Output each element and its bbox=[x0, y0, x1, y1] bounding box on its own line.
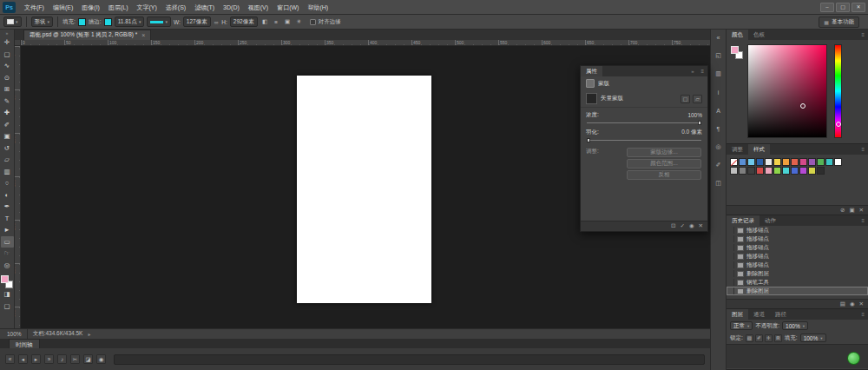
eyedropper-tool[interactable]: ✎ bbox=[1, 96, 14, 108]
vector-mask-thumbnail[interactable] bbox=[586, 93, 597, 104]
menu-item[interactable]: 帮助(H) bbox=[303, 0, 332, 15]
mask-visibility-eye-icon[interactable]: ◉ bbox=[689, 223, 694, 229]
style-swatch[interactable] bbox=[739, 158, 746, 166]
menu-item[interactable]: 文字(Y) bbox=[132, 0, 161, 15]
style-swatch[interactable] bbox=[765, 158, 773, 166]
menu-item[interactable]: 3D(D) bbox=[219, 0, 244, 15]
tool-preset-picker[interactable]: ▾ bbox=[3, 17, 22, 27]
lock-position-icon[interactable]: ✛ bbox=[765, 334, 773, 342]
next-frame-icon[interactable]: » bbox=[44, 354, 54, 364]
style-swatch[interactable] bbox=[799, 158, 807, 166]
hue-slider[interactable] bbox=[834, 44, 842, 138]
restore-button[interactable]: ▢ bbox=[836, 3, 850, 12]
collapse-panels-icon[interactable]: « bbox=[713, 32, 724, 43]
color-proxy-foreground-swatch[interactable] bbox=[731, 46, 739, 54]
style-swatch[interactable] bbox=[799, 167, 807, 175]
style-swatch[interactable] bbox=[817, 167, 825, 175]
move-tool[interactable]: ✛ bbox=[1, 36, 14, 49]
apply-mask-icon[interactable]: ✓ bbox=[680, 223, 684, 229]
menu-item[interactable]: 窗口(W) bbox=[273, 0, 303, 15]
feather-slider[interactable] bbox=[587, 138, 701, 142]
history-source-box[interactable] bbox=[729, 287, 734, 294]
brush-panel-icon[interactable]: ✐ bbox=[713, 160, 724, 170]
style-swatch[interactable] bbox=[747, 167, 755, 175]
frame-camera-icon[interactable]: ◉ bbox=[96, 354, 106, 364]
paragraph-panel-icon[interactable]: ¶ bbox=[713, 123, 724, 134]
lock-transparency-icon[interactable]: ▨ bbox=[746, 334, 753, 342]
history-state-row[interactable]: 拖移锚点 bbox=[727, 261, 868, 269]
history-state-row[interactable]: 拖移锚点 bbox=[727, 226, 868, 235]
split-clip-icon[interactable]: ✂ bbox=[70, 354, 80, 364]
style-swatch[interactable] bbox=[782, 167, 790, 175]
lock-pixels-icon[interactable]: ✐ bbox=[755, 334, 763, 342]
crop-tool[interactable]: ⊞ bbox=[1, 83, 14, 96]
style-swatch[interactable] bbox=[791, 158, 799, 166]
gear-icon[interactable]: ✳ bbox=[294, 17, 304, 27]
history-source-box[interactable] bbox=[729, 253, 734, 260]
shape-width-input[interactable]: 127像素 bbox=[183, 17, 211, 27]
quick-selection-tool[interactable]: ⊙ bbox=[1, 72, 14, 84]
history-source-box[interactable] bbox=[729, 261, 734, 268]
menu-item[interactable]: 编辑(E) bbox=[49, 0, 77, 15]
tab-styles[interactable]: 样式 bbox=[748, 144, 770, 155]
hand-tool[interactable]: ☞ bbox=[1, 248, 14, 260]
panel-collapse-icon[interactable]: » bbox=[687, 66, 697, 76]
tab-actions[interactable]: 动作 bbox=[760, 215, 781, 226]
fill-color-swatch[interactable] bbox=[78, 18, 86, 26]
history-source-box[interactable] bbox=[729, 227, 734, 234]
rectangle-tool[interactable]: ▭ bbox=[1, 236, 14, 248]
stroke-color-swatch[interactable] bbox=[104, 18, 112, 26]
style-swatch[interactable] bbox=[834, 158, 842, 166]
tab-paths[interactable]: 路径 bbox=[770, 309, 792, 320]
pen-tool[interactable]: ✒ bbox=[1, 201, 14, 213]
tab-channels[interactable]: 通道 bbox=[748, 309, 770, 320]
timeline-track[interactable] bbox=[114, 354, 705, 365]
transition-icon[interactable]: ◪ bbox=[83, 354, 93, 364]
stroke-type-dropdown[interactable]: ▾ bbox=[147, 17, 171, 27]
previous-frame-icon[interactable]: ◂ bbox=[18, 354, 28, 364]
style-swatch[interactable] bbox=[817, 158, 825, 166]
style-swatch[interactable] bbox=[739, 167, 746, 175]
path-operations-icon[interactable]: ◧ bbox=[260, 17, 270, 27]
tab-swatches[interactable]: 色板 bbox=[748, 30, 770, 40]
add-vector-mask-icon[interactable]: ▱ bbox=[693, 95, 702, 103]
tool-mode-dropdown[interactable]: 形状 ▾ bbox=[31, 17, 54, 27]
play-icon[interactable]: ▸ bbox=[31, 354, 41, 364]
style-swatch[interactable] bbox=[730, 167, 738, 175]
invert-button[interactable]: 反相 bbox=[627, 170, 701, 180]
close-button[interactable]: ✕ bbox=[852, 3, 865, 12]
style-swatch[interactable] bbox=[808, 158, 816, 166]
new-document-from-state-icon[interactable]: ▤ bbox=[840, 301, 845, 307]
brush-tool[interactable]: ✐ bbox=[1, 119, 14, 131]
menu-item[interactable]: 文件(F) bbox=[20, 0, 49, 15]
foreground-color-swatch[interactable] bbox=[1, 275, 9, 283]
info-panel-icon[interactable]: i bbox=[713, 87, 724, 97]
clear-style-icon[interactable]: ⊘ bbox=[840, 208, 845, 214]
delete-state-icon[interactable]: ✕ bbox=[859, 301, 864, 307]
style-swatch[interactable] bbox=[765, 167, 773, 175]
photoshop-logo[interactable]: Ps bbox=[3, 2, 16, 13]
blur-tool[interactable]: ○ bbox=[1, 177, 14, 189]
mask-edge-button[interactable]: 蒙版边缘... bbox=[627, 148, 701, 157]
workspace-switcher[interactable]: ▦ 基本功能 bbox=[819, 17, 859, 28]
history-state-row[interactable]: 拖移锚点 bbox=[727, 235, 868, 243]
close-tab-icon[interactable]: × bbox=[141, 32, 145, 38]
style-swatch[interactable] bbox=[756, 158, 764, 166]
dodge-tool[interactable]: ◐ bbox=[1, 189, 14, 202]
layer-comps-panel-icon[interactable]: ◫ bbox=[713, 178, 724, 188]
add-pixel-mask-icon[interactable]: ▢ bbox=[681, 95, 690, 103]
tab-history[interactable]: 历史记录 bbox=[727, 215, 760, 226]
document-tab[interactable]: 霜栀.psd @ 100% (矩形 1 拷贝 2, RGB/8) * × bbox=[23, 30, 151, 40]
first-frame-icon[interactable]: « bbox=[5, 354, 15, 364]
tab-timeline[interactable]: 时间轴 bbox=[9, 339, 40, 348]
zoom-level[interactable]: 100% bbox=[0, 329, 28, 339]
type-tool[interactable]: T bbox=[1, 213, 14, 225]
saturation-brightness-field[interactable] bbox=[747, 44, 827, 138]
document-canvas[interactable] bbox=[297, 76, 431, 303]
style-swatch[interactable] bbox=[773, 158, 781, 166]
history-state-row[interactable]: 删除图层 bbox=[727, 269, 868, 278]
eraser-tool[interactable]: ▱ bbox=[1, 154, 14, 166]
path-align-icon[interactable]: ≡ bbox=[272, 17, 281, 27]
style-swatch[interactable] bbox=[730, 158, 738, 166]
status-popup-icon[interactable]: ▸ bbox=[88, 331, 90, 337]
